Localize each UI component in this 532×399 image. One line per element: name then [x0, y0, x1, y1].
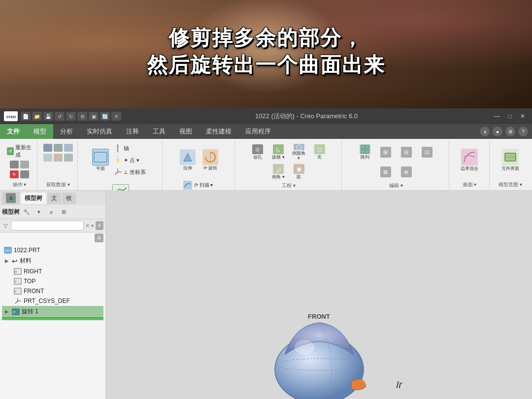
tree-item-csys[interactable]: PRT_CSYS_DEF	[2, 296, 103, 306]
delete-row[interactable]: ✕	[8, 169, 31, 179]
regenerate-row[interactable]: ↺ 重新生成	[5, 143, 34, 160]
help-icon[interactable]: ?	[518, 127, 528, 136]
sweep-button[interactable]: ⟳ 扫描 ▾	[182, 178, 216, 192]
menu-tools[interactable]: 工具	[146, 124, 172, 139]
tree-settings-icon[interactable]: ⚙	[95, 233, 103, 242]
title-bar-left: creo 📄 📁 💾 ↺ ↻ ⚙ ▣ 🔄 ✕	[4, 111, 121, 121]
restore-button[interactable]: □	[504, 112, 515, 121]
close-button[interactable]: ✕	[517, 112, 528, 121]
chamfer-button[interactable]: ◿ 倒角 ▾	[268, 163, 288, 181]
tree-item-front[interactable]: F FRONT	[2, 286, 103, 296]
actions-group-label[interactable]: 操作 ▾	[13, 180, 27, 188]
point-button[interactable]: ✦ 点 ▾	[112, 155, 152, 166]
edit5-icon: ⊛	[401, 166, 412, 177]
edit4-button[interactable]: ⊠	[376, 163, 396, 181]
eng-tools: ◎ 创孔 ◺ 拔模 ▾ ◯ 倒圆角 ▾ ◻ 壳 ◿ 倒角 ▾	[239, 143, 339, 181]
top-plane-icon: T	[14, 278, 22, 285]
ir-text-overlay: Ir	[357, 377, 441, 393]
undo-icon[interactable]: ↺	[55, 112, 65, 121]
save-icon[interactable]: 💾	[43, 112, 53, 121]
filter-clear-button[interactable]: ✕	[85, 223, 90, 229]
tab-model-tree[interactable]: 模型树	[21, 193, 46, 204]
get-data-row1[interactable]	[41, 143, 75, 153]
extrude-button[interactable]: 拉伸	[177, 143, 199, 177]
rib-button[interactable]: ▣ 筋	[289, 163, 309, 181]
tree-filter-input[interactable]	[11, 221, 84, 231]
display-icon[interactable]: ▣	[89, 112, 99, 121]
rib-icon: ▣	[294, 164, 304, 174]
close2-icon[interactable]: ✕	[111, 112, 121, 121]
model-tree-tab-label: 模型树	[25, 195, 42, 201]
tree-settings-button[interactable]: 🔧	[21, 207, 32, 218]
regenerate-icon: ↺	[7, 147, 14, 155]
title-bar: creo 📄 📁 💾 ↺ ↻ ⚙ ▣ 🔄 ✕ 1022 (活动的) - Creo…	[0, 108, 532, 124]
draft-button[interactable]: ◺ 拔模 ▾	[268, 143, 288, 162]
window-title: 1022 (活动的) - Creo Parametric 6.0	[121, 112, 492, 121]
options-icon[interactable]: ⚙	[77, 112, 87, 121]
surface-group-label[interactable]: 曲面 ▾	[463, 180, 477, 188]
round-button[interactable]: ◯ 倒圆角 ▾	[289, 143, 309, 162]
viewport[interactable]: FRONT	[106, 191, 532, 399]
open-icon[interactable]: 📁	[32, 112, 42, 121]
menu-view[interactable]: 视图	[172, 124, 199, 139]
eng-group-label[interactable]: 工程 ▾	[282, 181, 296, 189]
help-expand-icon[interactable]: ∧	[480, 127, 490, 136]
edit-group-label[interactable]: 编辑 ▾	[389, 181, 403, 189]
filter-add-button[interactable]: +	[96, 221, 103, 230]
right-plane-icon: R	[14, 268, 22, 275]
component-surface-button[interactable]: 元件界面	[499, 143, 521, 177]
menu-flexible[interactable]: 柔性建模	[199, 124, 238, 139]
regenerate-label: 重新生成	[15, 144, 32, 159]
redo-icon[interactable]: ↻	[66, 112, 76, 121]
tree-item-material[interactable]: ▶ ↩ 材料	[2, 255, 103, 266]
tree-item-top[interactable]: T TOP	[2, 276, 103, 286]
filter-dropdown-button[interactable]: ▾	[91, 223, 94, 229]
tab-text[interactable]: 文	[47, 193, 61, 204]
edit3-button[interactable]: ⊡	[417, 143, 437, 162]
tree-item-rotate1[interactable]: ▶ ⟳ 旋转 1	[2, 306, 103, 318]
getData-group-label[interactable]: 获取数据 ▾	[46, 180, 70, 188]
shell-button[interactable]: ◻ 壳	[310, 143, 330, 162]
tree-tab-icon[interactable]: 🌲	[6, 193, 16, 203]
video-section: 修剪掉多余的部分， 然后旋转出一个曲面出来	[0, 0, 532, 108]
plane-button[interactable]: 平面	[90, 143, 111, 177]
tree-dropdown-button[interactable]: ▾	[33, 207, 44, 218]
tree-option-button[interactable]: ⊞	[58, 207, 69, 218]
boundary-blend-button[interactable]: 边界混合	[459, 143, 480, 177]
creo-window: creo 📄 📁 💾 ↺ ↻ ⚙ ▣ 🔄 ✕ 1022 (活动的) - Creo…	[0, 108, 532, 399]
menu-analysis[interactable]: 分析	[53, 124, 80, 139]
model-intent-group-label[interactable]: 模型意图 ▾	[499, 180, 522, 188]
svg-text:T: T	[15, 280, 17, 283]
material-arrow: ▶	[4, 258, 10, 264]
menu-simulation[interactable]: 实时仿真	[80, 124, 119, 139]
user-icon[interactable]: ●	[493, 127, 502, 136]
tree-item-prt[interactable]: PRT 1022.PRT	[2, 245, 103, 255]
edit5-button[interactable]: ⊛	[397, 163, 416, 181]
menu-annotation[interactable]: 注释	[119, 124, 146, 139]
edit2-button[interactable]: ⊟	[397, 143, 416, 162]
menu-file[interactable]: 文件	[0, 124, 27, 139]
ribbon-group-actions: ↺ 重新生成 ✕ 操作 ▾	[2, 141, 37, 190]
minimize-button[interactable]: —	[492, 112, 502, 121]
edit1-button[interactable]: ⊞	[376, 143, 396, 162]
csys-button[interactable]: ⊥ 坐标系	[112, 166, 152, 177]
new-icon[interactable]: 📄	[21, 112, 31, 121]
hole-button[interactable]: ◎ 创孔	[248, 143, 267, 162]
menu-model[interactable]: 模型	[27, 124, 53, 139]
tab-collect[interactable]: 收	[62, 193, 76, 204]
axis-button[interactable]: 轴	[112, 143, 152, 154]
top-label: TOP	[24, 278, 35, 285]
panel-tabs: 🌲 模型树 文 收	[0, 191, 105, 205]
get-data-row2[interactable]	[41, 153, 75, 163]
operations-row[interactable]	[8, 160, 31, 169]
orient-icon[interactable]: 🔄	[100, 112, 110, 121]
settings-icon[interactable]: ⚙	[505, 127, 515, 136]
hole-label: 创孔	[253, 155, 262, 160]
revolve-button[interactable]: ⟳ 旋转	[200, 143, 221, 177]
array-button[interactable]: 阵列	[355, 143, 375, 162]
menu-apps[interactable]: 应用程序	[238, 124, 278, 139]
creo-logo-icon: creo	[4, 111, 18, 121]
tree-config-button[interactable]: ≡	[46, 207, 57, 218]
tree-item-right[interactable]: R RIGHT	[2, 266, 103, 276]
revolve-label: ⟳ 旋转	[203, 166, 218, 171]
